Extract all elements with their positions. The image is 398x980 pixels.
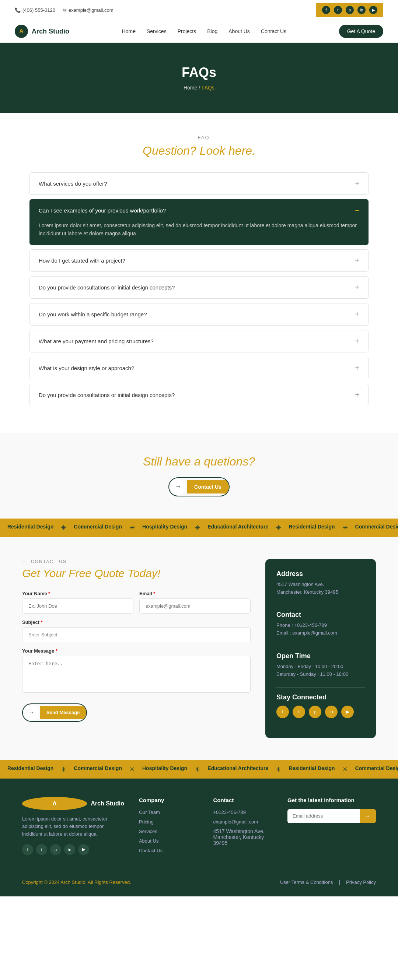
nav-blog[interactable]: Blog xyxy=(207,29,217,34)
send-arrow-icon: → xyxy=(24,705,39,721)
twitter-icon[interactable]: t xyxy=(293,706,305,718)
faq-title-italic: Look here. xyxy=(200,144,255,157)
footer-phone[interactable]: +0123-456-789 xyxy=(213,810,246,815)
footer-contact-us[interactable]: Contact Us xyxy=(139,848,162,853)
get-quote-button[interactable]: Get A Quote xyxy=(339,25,383,38)
footer-facebook-icon[interactable]: f xyxy=(22,844,33,855)
faq-question-4[interactable]: Do you provide consultations or initial … xyxy=(30,277,368,298)
youtube-icon-top[interactable]: ▶ xyxy=(369,6,377,14)
instagram-icon[interactable]: in xyxy=(325,706,338,718)
contact-info-card: Address 4517 Washington Ave. Manchester,… xyxy=(265,559,376,738)
footer-about-us[interactable]: About Us xyxy=(139,838,158,844)
faq-item-7: What is your design style or approach? + xyxy=(29,357,369,379)
footer-top: A Arch Studio Lorem ipsum dolor sit amet… xyxy=(22,797,376,857)
email-label: Email * xyxy=(139,591,251,596)
faq-question-5[interactable]: Do you work within a specific budget ran… xyxy=(30,304,368,325)
pinterest-icon[interactable]: p xyxy=(309,706,322,718)
youtube-icon[interactable]: ▶ xyxy=(341,706,354,718)
newsletter-submit-button[interactable]: → xyxy=(360,809,376,823)
footer-email[interactable]: example@gmail.com xyxy=(213,819,258,824)
contact-section: CONTACT US Get Your Free Quote Today! Yo… xyxy=(0,537,398,760)
logo[interactable]: A Arch Studio xyxy=(15,25,69,38)
footer-company-col: Company Our Team Pricing Services About … xyxy=(139,797,199,857)
footer-newsletter-title: Get the latest information xyxy=(287,797,376,803)
footer-twitter-icon[interactable]: t xyxy=(36,844,47,855)
email-input[interactable] xyxy=(139,598,251,614)
footer-services[interactable]: Services xyxy=(139,829,158,834)
contact-form-side: CONTACT US Get Your Free Quote Today! Yo… xyxy=(22,559,251,722)
faq-question-1[interactable]: What services do you offer? + xyxy=(30,173,368,194)
footer-youtube-icon[interactable]: ▶ xyxy=(78,844,89,855)
send-message-button[interactable]: → Send Message xyxy=(22,703,87,722)
faq-expand-icon-4: + xyxy=(355,283,359,292)
twitter-icon-top[interactable]: t xyxy=(334,6,342,14)
footer-logo-row: A Arch Studio xyxy=(22,797,124,810)
faq-item-8: Do you provide consultations or initial … xyxy=(29,384,369,406)
contact-us-label: Contact Us xyxy=(187,480,229,493)
faq-item-1: What services do you offer? + xyxy=(29,172,369,195)
ticker-bottom: Residential Design ✳ Commercial Design ✳… xyxy=(0,760,398,778)
contact-phone: Phone : +0123-456-789 xyxy=(276,622,365,629)
newsletter-input[interactable] xyxy=(287,809,360,823)
faq-question-2[interactable]: Can I see examples of your previous work… xyxy=(30,200,368,221)
name-input[interactable] xyxy=(22,598,134,614)
hours-title: Open Time xyxy=(276,652,365,660)
address-block: Address 4517 Washington Ave. Manchester,… xyxy=(276,570,365,596)
faq-question-7[interactable]: What is your design style or approach? + xyxy=(30,357,368,379)
contact-us-button[interactable]: → Contact Us xyxy=(169,477,229,496)
faq-expand-icon-2: − xyxy=(355,206,359,215)
footer-newsletter: Get the latest information → xyxy=(287,797,376,857)
footer-pricing[interactable]: Pricing xyxy=(139,819,154,824)
social-title: Stay Connected xyxy=(276,694,365,701)
instagram-icon-top[interactable]: in xyxy=(357,6,366,14)
footer-contact-col: Contact +0123-456-789 example@gmail.com … xyxy=(213,797,273,857)
email-address: example@gmail.com xyxy=(68,7,113,13)
footer-ticker-inner: Residential Design ✳ Commercial Design ✳… xyxy=(0,765,398,773)
footer-brand-name: Arch Studio xyxy=(91,800,124,807)
info-divider-2 xyxy=(276,646,365,646)
footer-logo-icon: A xyxy=(22,797,87,810)
footer-legal-links: User Terms & Conditions | Privacy Policy xyxy=(280,880,376,885)
social-icons: f t p in ▶ xyxy=(276,706,365,718)
email-info: ✉ example@gmail.com xyxy=(63,7,113,13)
pinterest-icon-top[interactable]: p xyxy=(345,6,354,14)
footer-contact-title: Contact xyxy=(213,797,273,803)
contact-title: Get Your Free Quote Today! xyxy=(22,567,251,580)
breadcrumb: Home / FAQs xyxy=(15,85,383,91)
address-line1: 4517 Washington Ave. xyxy=(276,581,365,589)
navbar: A Arch Studio Home Services Projects Blo… xyxy=(0,20,398,43)
top-bar-social: f t p in ▶ xyxy=(316,3,383,17)
contact-sub-title: Contact xyxy=(276,611,365,619)
nav-projects[interactable]: Projects xyxy=(178,29,196,34)
facebook-icon-top[interactable]: f xyxy=(322,6,330,14)
faq-expand-icon-1: + xyxy=(355,179,359,188)
ticker-top: Residential Design ✳ Commercial Design ✳… xyxy=(0,519,398,537)
footer-privacy[interactable]: Privacy Policy xyxy=(346,880,376,885)
breadcrumb-home[interactable]: Home xyxy=(183,85,197,91)
brand-name: Arch Studio xyxy=(32,28,69,35)
phone-info: 📞 (406) 555-0120 xyxy=(15,7,55,13)
nav-contact[interactable]: Contact Us xyxy=(261,29,287,34)
footer-our-team[interactable]: Our Team xyxy=(139,810,160,815)
message-input[interactable] xyxy=(22,656,251,693)
address-line2: Manchester, Kentucky 39495 xyxy=(276,589,365,596)
faq-question-3[interactable]: How do I get started with a project? + xyxy=(30,250,368,271)
faq-expand-icon-5: + xyxy=(355,310,359,318)
facebook-icon[interactable]: f xyxy=(276,706,289,718)
subject-input[interactable] xyxy=(22,627,251,642)
footer-terms[interactable]: User Terms & Conditions xyxy=(280,880,333,885)
top-bar-left: 📞 (406) 555-0120 ✉ example@gmail.com xyxy=(15,7,113,13)
nav-home[interactable]: Home xyxy=(122,29,135,34)
footer-brand: A Arch Studio Lorem ipsum dolor sit amet… xyxy=(22,797,124,857)
nav-about[interactable]: About Us xyxy=(228,29,250,34)
faq-question-8[interactable]: Do you provide consultations or initial … xyxy=(30,384,368,406)
faq-label: FAQ xyxy=(29,135,369,140)
nav-services[interactable]: Services xyxy=(146,29,167,34)
footer-instagram-icon[interactable]: in xyxy=(64,844,75,855)
footer-bottom: Copyright © 2024 Arch Studio. All Rights… xyxy=(22,872,376,885)
faq-question-6[interactable]: What are your payment and pricing struct… xyxy=(30,330,368,352)
footer-pinterest-icon[interactable]: p xyxy=(50,844,61,855)
hours-weekend: Saturday - Sunday : 11:00 - 18:00 xyxy=(276,671,365,678)
page-banner: FAQs Home / FAQs xyxy=(0,43,398,113)
contact-block: Contact Phone : +0123-456-789 Email : ex… xyxy=(276,611,365,637)
